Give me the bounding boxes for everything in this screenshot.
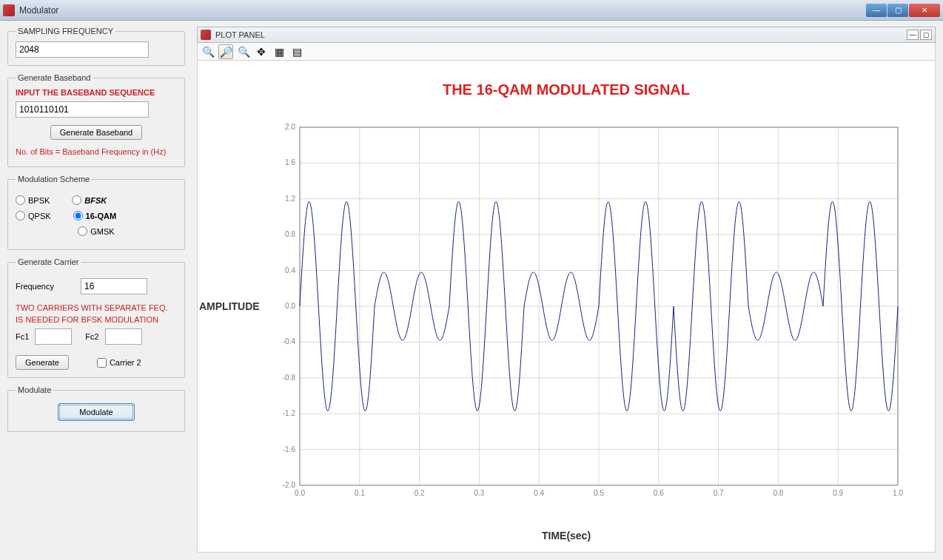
radio-gmsk[interactable]: GMSK bbox=[78, 226, 114, 236]
svg-text:0.0: 0.0 bbox=[285, 302, 295, 310]
control-sidebar: SAMPLING FREQUENCY Generate Baseband INP… bbox=[0, 21, 192, 560]
svg-text:1.2: 1.2 bbox=[285, 195, 295, 203]
cursor-icon[interactable]: ▦ bbox=[272, 44, 286, 59]
plot-minimize-button[interactable]: — bbox=[907, 30, 919, 40]
svg-text:1.6: 1.6 bbox=[285, 158, 295, 166]
radio-bpsk-label: BPSK bbox=[28, 196, 50, 205]
sampling-frequency-group: SAMPLING FREQUENCY bbox=[7, 27, 185, 66]
plot-toolbar: 🔍 🔎 🔍 ✥ ▦ ▤ bbox=[197, 43, 936, 61]
carrier-note-1: TWO CARRIERS WITH SEPARATE FEQ. bbox=[16, 303, 177, 312]
radio-bfsk-label: BFSK bbox=[84, 196, 107, 205]
carrier-legend: Generate Carrier bbox=[16, 257, 81, 266]
zoom-box-icon[interactable]: 🔎 bbox=[218, 44, 233, 59]
baseband-note: No. of Bits = Baseband Frequency in (Hz) bbox=[16, 147, 177, 156]
svg-text:-1.6: -1.6 bbox=[283, 445, 296, 453]
java-app-icon bbox=[201, 30, 211, 40]
sampling-frequency-input[interactable] bbox=[16, 41, 149, 58]
baseband-legend: Generate Baseband bbox=[16, 73, 93, 82]
generate-carrier-button[interactable]: Generate bbox=[16, 355, 69, 370]
fc1-label: Fc1 bbox=[16, 332, 29, 341]
radio-16qam-input[interactable] bbox=[73, 211, 83, 220]
modulation-scheme-group: Modulation Scheme BPSK BFSK QPSK 16-QAM … bbox=[7, 175, 185, 250]
svg-text:0.8: 0.8 bbox=[285, 230, 295, 238]
carrier-frequency-input[interactable] bbox=[81, 278, 147, 294]
svg-text:0.0: 0.0 bbox=[295, 489, 305, 497]
svg-text:0.3: 0.3 bbox=[474, 489, 484, 497]
svg-text:-0.4: -0.4 bbox=[283, 337, 296, 345]
modulate-group: Modulate Modulate bbox=[7, 385, 185, 432]
zoom-in-icon[interactable]: 🔍 bbox=[201, 44, 215, 59]
svg-text:0.4: 0.4 bbox=[534, 489, 544, 497]
generate-carrier-group: Generate Carrier Frequency TWO CARRIERS … bbox=[7, 257, 185, 378]
window-titlebar: Modulator — ▢ ✕ bbox=[0, 0, 943, 21]
svg-text:-1.2: -1.2 bbox=[283, 409, 296, 417]
svg-text:0.6: 0.6 bbox=[654, 489, 664, 497]
sampling-legend: SAMPLING FREQUENCY bbox=[16, 27, 115, 36]
grid-icon[interactable]: ▤ bbox=[289, 44, 304, 59]
radio-bpsk-input[interactable] bbox=[16, 195, 25, 205]
frequency-label: Frequency bbox=[16, 282, 75, 291]
carrier2-checkbox[interactable]: Carrier 2 bbox=[97, 358, 141, 368]
radio-gmsk-input[interactable] bbox=[78, 226, 87, 236]
svg-text:-2.0: -2.0 bbox=[283, 481, 296, 489]
radio-qpsk-label: QPSK bbox=[28, 212, 51, 220]
scheme-legend: Modulation Scheme bbox=[16, 175, 92, 183]
svg-text:2.0: 2.0 bbox=[285, 123, 295, 131]
carrier-note-2: IS NEEDED FOR BFSK MODULATION bbox=[16, 315, 177, 324]
minimize-button[interactable]: — bbox=[866, 4, 887, 17]
fc2-input[interactable] bbox=[105, 328, 142, 345]
fc1-input[interactable] bbox=[35, 328, 72, 345]
generate-baseband-group: Generate Baseband INPUT THE BASEBAND SEQ… bbox=[7, 73, 185, 167]
radio-16qam[interactable]: 16-QAM bbox=[73, 211, 117, 220]
svg-text:1.0: 1.0 bbox=[893, 489, 903, 497]
baseband-prompt: INPUT THE BASEBAND SEQUENCE bbox=[16, 88, 177, 97]
chart-canvas: 0.00.10.20.30.40.50.60.70.80.91.0-2.0-1.… bbox=[264, 120, 905, 507]
radio-bfsk[interactable]: BFSK bbox=[72, 195, 107, 205]
plot-window-titlebar: PLOT PANEL — ▢ bbox=[197, 27, 936, 43]
svg-text:0.9: 0.9 bbox=[833, 489, 843, 497]
zoom-out-icon[interactable]: 🔍 bbox=[236, 44, 251, 59]
svg-text:0.4: 0.4 bbox=[285, 266, 295, 274]
chart-xlabel: TIME(sec) bbox=[542, 530, 591, 542]
chart-ylabel: AMPLITUDE bbox=[199, 300, 260, 312]
java-app-icon bbox=[3, 4, 15, 16]
plot-body: THE 16-QAM MODULATED SIGNAL AMPLITUDE TI… bbox=[197, 61, 936, 553]
radio-qpsk-input[interactable] bbox=[16, 211, 25, 220]
baseband-sequence-input[interactable] bbox=[16, 101, 149, 118]
svg-text:0.5: 0.5 bbox=[594, 489, 604, 497]
chart-title: THE 16-QAM MODULATED SIGNAL bbox=[198, 81, 935, 98]
radio-bfsk-input[interactable] bbox=[72, 195, 81, 205]
svg-text:0.8: 0.8 bbox=[773, 489, 783, 497]
carrier2-checkbox-input[interactable] bbox=[97, 358, 107, 368]
pan-icon[interactable]: ✥ bbox=[254, 44, 269, 59]
plot-maximize-button[interactable]: ▢ bbox=[920, 30, 932, 40]
plot-panel: PLOT PANEL — ▢ 🔍 🔎 🔍 ✥ ▦ ▤ THE 16-QAM MO… bbox=[192, 21, 943, 560]
fc2-label: Fc2 bbox=[85, 332, 98, 341]
modulate-legend: Modulate bbox=[16, 385, 53, 394]
carrier2-checkbox-label: Carrier 2 bbox=[110, 358, 141, 367]
maximize-button[interactable]: ▢ bbox=[887, 4, 908, 17]
svg-text:0.7: 0.7 bbox=[714, 489, 724, 497]
window-controls: — ▢ ✕ bbox=[866, 4, 940, 17]
window-title: Modulator bbox=[19, 5, 866, 16]
svg-text:0.2: 0.2 bbox=[415, 489, 425, 497]
radio-qpsk[interactable]: QPSK bbox=[16, 211, 51, 220]
svg-text:-0.8: -0.8 bbox=[283, 374, 296, 382]
svg-text:0.1: 0.1 bbox=[355, 489, 365, 497]
radio-bpsk[interactable]: BPSK bbox=[16, 195, 50, 205]
generate-baseband-button[interactable]: Generate Baseband bbox=[50, 125, 142, 140]
modulate-button[interactable]: Modulate bbox=[58, 403, 134, 421]
radio-16qam-label: 16-QAM bbox=[86, 212, 117, 220]
radio-gmsk-label: GMSK bbox=[90, 227, 114, 236]
close-button[interactable]: ✕ bbox=[909, 4, 940, 17]
plot-window-title: PLOT PANEL bbox=[215, 30, 905, 39]
